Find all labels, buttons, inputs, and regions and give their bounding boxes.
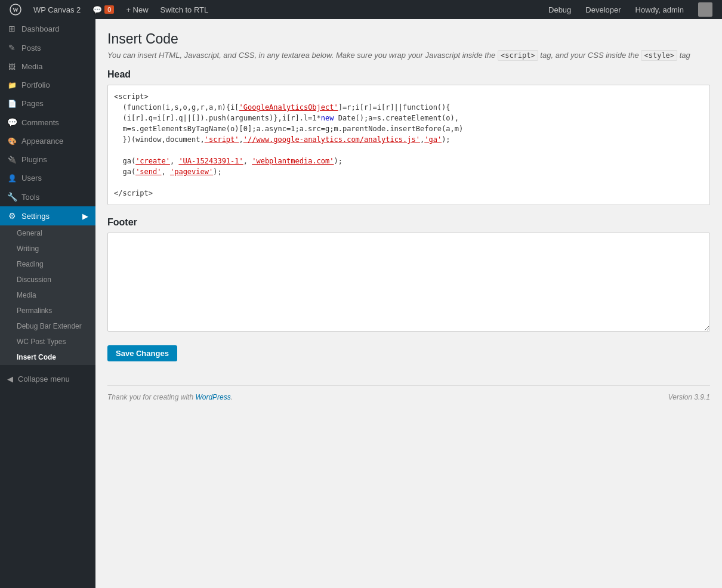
collapse-menu-button[interactable]: ◀ Collapse menu <box>0 370 95 388</box>
users-icon: 👤 <box>7 174 17 182</box>
submenu-wc-post-types[interactable]: WC Post Types <box>0 334 95 349</box>
portfolio-icon: 📁 <box>7 81 17 89</box>
style-tag-inline: <style> <box>641 50 677 61</box>
submenu-discussion[interactable]: Discussion <box>0 272 95 287</box>
page-title: Insert Code <box>107 31 710 47</box>
submenu-permalinks[interactable]: Permalinks <box>0 303 95 318</box>
page-description: You can insert HTML, Javascript, and CSS… <box>107 51 710 60</box>
head-code-display: <script> (function(i,s,o,g,r,a,m){i['Goo… <box>107 85 710 205</box>
settings-icon: ⚙ <box>7 211 17 221</box>
submenu-media[interactable]: Media <box>0 287 95 303</box>
developer-link[interactable]: Developer <box>581 0 625 19</box>
svg-text:W: W <box>13 7 18 13</box>
admin-sidebar: ⊞ Dashboard ✎ Posts 🖼 Media 📁 Portfolio … <box>0 19 95 588</box>
comments-sidebar-icon: 💬 <box>7 117 17 127</box>
pages-icon: 📄 <box>7 100 17 108</box>
sidebar-item-pages[interactable]: 📄 Pages <box>0 94 95 113</box>
site-name-link[interactable]: WP Canvas 2 <box>29 0 85 19</box>
sidebar-item-dashboard[interactable]: ⊞ Dashboard <box>0 19 95 38</box>
sidebar-label-dashboard: Dashboard <box>21 24 60 33</box>
sidebar-label-media: Media <box>21 62 42 71</box>
appearance-icon: 🎨 <box>7 137 17 146</box>
tools-icon: 🔧 <box>7 192 17 202</box>
submenu-general[interactable]: General <box>0 225 95 241</box>
collapse-arrow-icon: ◀ <box>7 375 13 383</box>
sidebar-item-comments[interactable]: 💬 Comments <box>0 113 95 132</box>
head-section: Head <script> (function(i,s,o,g,r,a,m){i… <box>107 69 710 205</box>
howdy-link[interactable]: Howdy, admin <box>631 0 689 19</box>
footer-code-textarea[interactable] <box>107 233 710 332</box>
head-section-title: Head <box>107 69 710 80</box>
version-label: Version 3.9.1 <box>668 393 710 401</box>
sidebar-item-settings[interactable]: ⚙ Settings ▶ <box>0 206 95 225</box>
submenu-debug-bar-extender[interactable]: Debug Bar Extender <box>0 318 95 334</box>
main-content: Insert Code You can insert HTML, Javascr… <box>107 31 710 401</box>
sidebar-label-users: Users <box>21 174 42 182</box>
debug-link[interactable]: Debug <box>544 0 576 19</box>
sidebar-item-portfolio[interactable]: 📁 Portfolio <box>0 76 95 94</box>
posts-icon: ✎ <box>7 43 17 52</box>
dashboard-icon: ⊞ <box>7 24 17 33</box>
submenu-writing[interactable]: Writing <box>0 241 95 256</box>
page-footer: Thank you for creating with WordPress. V… <box>107 385 710 401</box>
sidebar-label-appearance: Appearance <box>21 137 63 146</box>
sidebar-label-tools: Tools <box>21 193 39 202</box>
footer-thank-you: Thank you for creating with WordPress. <box>107 393 233 401</box>
sidebar-label-pages: Pages <box>21 99 44 108</box>
sidebar-item-posts[interactable]: ✎ Posts <box>0 38 95 57</box>
media-icon: 🖼 <box>7 63 17 71</box>
sidebar-label-portfolio: Portfolio <box>21 81 50 89</box>
switch-rtl-link[interactable]: Switch to RTL <box>156 0 214 19</box>
footer-section: Footer <box>107 217 710 333</box>
sidebar-label-settings: Settings <box>21 212 50 221</box>
sidebar-item-users[interactable]: 👤 Users <box>0 169 95 187</box>
admin-bar: W WP Canvas 2 💬 0 + New Switch to RTL De… <box>0 0 722 19</box>
sidebar-item-media[interactable]: 🖼 Media <box>0 57 95 76</box>
wp-logo-link[interactable]: W <box>5 0 26 19</box>
sidebar-item-tools[interactable]: 🔧 Tools <box>0 187 95 206</box>
comments-link[interactable]: 💬 0 <box>88 0 119 19</box>
settings-submenu: General Writing Reading Discussion Media… <box>0 225 95 365</box>
sidebar-item-appearance[interactable]: 🎨 Appearance <box>0 132 95 150</box>
plugins-icon: 🔌 <box>7 156 17 164</box>
sidebar-item-plugins[interactable]: 🔌 Plugins <box>0 150 95 169</box>
submenu-reading[interactable]: Reading <box>0 256 95 272</box>
new-content-link[interactable]: + New <box>121 0 153 19</box>
sidebar-label-plugins: Plugins <box>21 155 47 164</box>
collapse-menu-label: Collapse menu <box>18 375 70 383</box>
submenu-insert-code[interactable]: Insert Code <box>0 349 95 365</box>
wordpress-link[interactable]: WordPress <box>195 393 230 401</box>
sidebar-label-comments: Comments <box>21 118 59 127</box>
save-changes-button[interactable]: Save Changes <box>107 345 177 361</box>
sidebar-label-posts: Posts <box>21 44 41 52</box>
comments-count: 0 <box>104 5 114 14</box>
comment-icon: 💬 <box>92 5 102 14</box>
footer-section-title: Footer <box>107 217 710 228</box>
script-tag-inline: <script> <box>498 50 538 61</box>
user-avatar[interactable] <box>693 0 717 19</box>
settings-arrow: ▶ <box>82 212 88 221</box>
